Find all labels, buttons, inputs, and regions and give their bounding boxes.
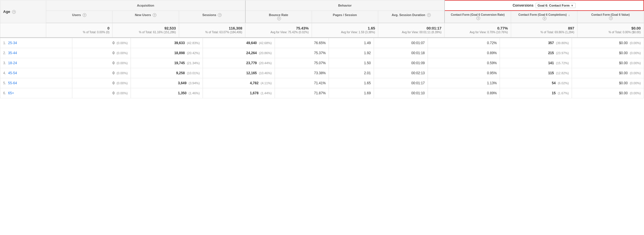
age-cell-5: 6. 65+ [0, 88, 72, 98]
age-cell-0: 1. 25-34 [0, 38, 72, 48]
avg-session-cell-1: 00:01:18 [374, 48, 428, 58]
sessions-help-icon[interactable]: ? [218, 13, 222, 17]
row-num-4: 5. [3, 81, 6, 85]
age-cell-4: 5. 55-64 [0, 78, 72, 88]
conv-rate-cell-0: 0.72% [428, 38, 500, 48]
totals-bounce-cell: 75.43% Avg for View: 75.42% (0.02%) [245, 23, 312, 38]
conversions-dropdown[interactable]: Goal 6: Contact Form ▼ [536, 3, 576, 8]
conv-val-cell-0: $0.00 (0.00%) [572, 38, 644, 48]
bounce-rate-cell-5: 71.87% [275, 88, 329, 98]
totals-sessions-cell: 116,308 % of Total: 63.07% (184,406) [179, 23, 245, 38]
conv-comp-cell-2: 141 (15.72%) [500, 58, 572, 68]
pages-cell-1: 1.92 [329, 48, 374, 58]
conv-comp-cell-3: 115 (12.82%) [500, 68, 572, 78]
age-link-4[interactable]: 55-64 [8, 81, 17, 85]
new-users-cell-4: 3,649 (3.94%) [131, 78, 203, 88]
conv-rate-cell-1: 0.89% [428, 48, 500, 58]
table-row: 6. 65+ 0 (0.00%) 1,350 (1.46%) 1,678 (1.… [0, 88, 644, 98]
conv-val-help-icon[interactable]: ? [609, 16, 613, 20]
users-col-header: Users ? [46, 11, 112, 23]
bounce-help-icon[interactable]: ? [277, 17, 281, 20]
new-users-cell-1: 18,898 (20.42%) [131, 48, 203, 58]
row-num-3: 4. [3, 71, 6, 75]
age-link-2[interactable]: 18-24 [8, 61, 17, 65]
conv-comp-help-icon[interactable]: ? [543, 17, 546, 20]
conv-comp-cell-5: 15 (1.67%) [500, 88, 572, 98]
bounce-rate-cell-1: 75.37% [275, 48, 329, 58]
pages-session-col-header: Pages / Session [312, 11, 378, 23]
users-help-icon[interactable]: ? [83, 13, 86, 17]
sessions-cell-3: 12,165 (10.46%) [203, 68, 275, 78]
conv-rate-cell-2: 0.59% [428, 58, 500, 68]
users-cell-1: 0 (0.00%) [72, 48, 131, 58]
totals-new-users-cell: 92,533 % of Total: 61.16% (151,286) [112, 23, 179, 38]
sort-down-icon[interactable]: ↓ [568, 13, 570, 17]
age-cell-3: 4. 45-54 [0, 68, 72, 78]
sessions-cell-0: 49,640 (42.68%) [203, 38, 275, 48]
analytics-table: Age ? Acquisition Behavior Conversions G… [0, 0, 644, 98]
age-link-0[interactable]: 25-34 [8, 41, 17, 45]
age-help-icon[interactable]: ? [12, 10, 16, 14]
conv-val-cell-2: $0.00 (0.00%) [572, 58, 644, 68]
table-row: 3. 18-24 0 (0.00%) 19,745 (21.34%) 23,77… [0, 58, 644, 68]
conv-val-cell-5: $0.00 (0.00%) [572, 88, 644, 98]
conv-rate-cell-4: 1.13% [428, 78, 500, 88]
age-cell-1: 2. 35-44 [0, 48, 72, 58]
table-row: 1. 25-34 0 (0.00%) 39,633 (42.83%) 49,64… [0, 38, 644, 48]
new-users-cell-5: 1,350 (1.46%) [131, 88, 203, 98]
avg-session-cell-0: 00:01:07 [374, 38, 428, 48]
sessions-cell-1: 24,264 (20.86%) [203, 48, 275, 58]
conv-val-cell-1: $0.00 (0.00%) [572, 48, 644, 58]
sessions-cell-5: 1,678 (1.44%) [203, 88, 275, 98]
age-cell-2: 3. 18-24 [0, 58, 72, 68]
avg-session-cell-5: 00:01:10 [374, 88, 428, 98]
totals-age-cell [0, 23, 46, 38]
age-label: Age [3, 9, 10, 14]
totals-users-cell: 0 % of Total: 0.00% (0) [46, 23, 112, 38]
totals-pages-cell: 1.65 Avg for View: 1.59 (3.38%) [312, 23, 378, 38]
totals-conv-comp-cell: 897 % of Total: 69.86% (1,284) [511, 23, 577, 38]
age-link-5[interactable]: 65+ [8, 91, 14, 95]
conv-rate-cell-5: 0.89% [428, 88, 500, 98]
bounce-rate-col-header: Bounce Rate ? [245, 11, 312, 23]
conv-val-cell-3: $0.00 (0.00%) [572, 68, 644, 78]
conv-val-cell-4: $0.00 (0.00%) [572, 78, 644, 88]
pages-cell-3: 2.01 [329, 68, 374, 78]
new-users-cell-0: 39,633 (42.83%) [131, 38, 203, 48]
new-users-cell-3: 9,258 (10.01%) [131, 68, 203, 78]
conv-comp-cell-4: 54 (6.02%) [500, 78, 572, 88]
new-users-help-icon[interactable]: ? [153, 13, 156, 17]
sessions-col-header: Sessions ? [179, 11, 245, 23]
age-link-3[interactable]: 45-54 [8, 71, 17, 75]
conversions-group-header: Conversions Goal 6: Contact Form ▼ [445, 0, 644, 11]
pages-cell-2: 1.50 [329, 58, 374, 68]
avg-session-help-icon[interactable]: ? [427, 13, 431, 17]
users-cell-0: 0 (0.00%) [72, 38, 131, 48]
table-row: 5. 55-64 0 (0.00%) 3,649 (3.94%) 4,782 (… [0, 78, 644, 88]
table-row: 2. 35-44 0 (0.00%) 18,898 (20.42%) 24,26… [0, 48, 644, 58]
users-cell-3: 0 (0.00%) [72, 68, 131, 78]
behavior-group-header: Behavior [245, 0, 445, 11]
bounce-rate-cell-2: 75.07% [275, 58, 329, 68]
conv-comp-col-header: Contact Form (Goal 6 Completions) ↓ ? [511, 11, 577, 23]
age-link-1[interactable]: 35-44 [8, 51, 17, 55]
conv-rate-col-header: Contact Form (Goal 6 Conversion Rate) ? [445, 11, 511, 23]
dropdown-arrow-icon: ▼ [571, 4, 574, 7]
pages-cell-4: 1.65 [329, 78, 374, 88]
acquisition-group-header: Acquisition [46, 0, 245, 11]
row-num-1: 2. [3, 51, 6, 55]
avg-session-cell-3: 00:02:13 [374, 68, 428, 78]
row-num-2: 3. [3, 61, 6, 65]
totals-conv-val-cell: $0.00 % of Total: 0.00% ($0.00) [577, 23, 644, 38]
conv-rate-help-icon[interactable]: ? [476, 16, 480, 20]
table-row: 4. 45-54 0 (0.00%) 9,258 (10.01%) 12,165… [0, 68, 644, 78]
row-num-5: 6. [3, 91, 6, 95]
pages-cell-0: 1.49 [329, 38, 374, 48]
users-cell-4: 0 (0.00%) [72, 78, 131, 88]
conv-rate-cell-3: 0.95% [428, 68, 500, 78]
conv-val-col-header: Contact Form (Goal 6 Value) ? [577, 11, 644, 23]
bounce-rate-cell-4: 71.41% [275, 78, 329, 88]
sessions-cell-2: 23,779 (20.44%) [203, 58, 275, 68]
row-num-0: 1. [3, 41, 6, 45]
totals-row: 0 % of Total: 0.00% (0) 92,533 % of Tota… [0, 23, 644, 38]
